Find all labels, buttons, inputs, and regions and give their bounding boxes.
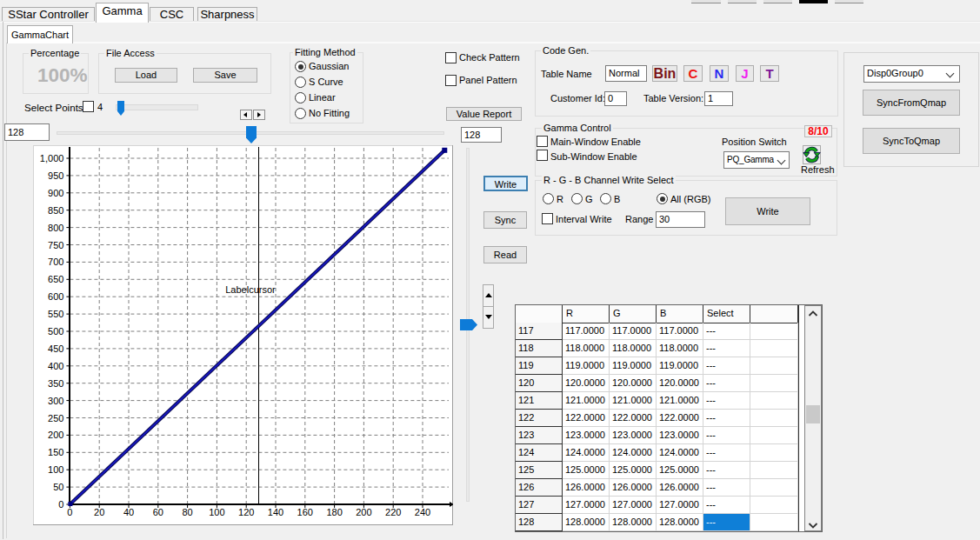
svg-text:800: 800: [48, 223, 63, 233]
svg-text:400: 400: [48, 361, 63, 371]
svg-text:200: 200: [356, 507, 371, 517]
svg-text:50: 50: [53, 482, 63, 492]
svg-text:850: 850: [48, 205, 63, 216]
svg-text:100: 100: [48, 464, 63, 475]
svg-text:0: 0: [58, 499, 63, 510]
svg-text:300: 300: [48, 396, 63, 406]
svg-text:80: 80: [182, 507, 192, 517]
svg-text:700: 700: [48, 257, 63, 267]
svg-text:240: 240: [415, 507, 430, 517]
svg-text:1,000: 1,000: [40, 153, 64, 163]
svg-text:20: 20: [94, 507, 104, 517]
svg-text:140: 140: [268, 507, 283, 517]
svg-text:350: 350: [48, 378, 63, 389]
svg-text:220: 220: [385, 507, 401, 517]
svg-text:160: 160: [297, 507, 313, 517]
svg-text:40: 40: [123, 507, 134, 517]
svg-text:600: 600: [48, 291, 63, 302]
svg-text:200: 200: [48, 430, 63, 440]
svg-text:Labelcursor: Labelcursor: [225, 284, 276, 295]
svg-text:100: 100: [209, 507, 224, 517]
svg-text:60: 60: [153, 507, 163, 517]
svg-text:550: 550: [48, 309, 63, 319]
svg-text:250: 250: [48, 413, 63, 423]
svg-text:150: 150: [48, 447, 63, 457]
svg-text:450: 450: [48, 343, 63, 354]
svg-text:750: 750: [48, 240, 63, 250]
svg-text:500: 500: [48, 326, 63, 337]
svg-text:180: 180: [326, 507, 342, 517]
svg-text:0: 0: [67, 507, 72, 517]
svg-text:900: 900: [48, 188, 63, 198]
svg-text:120: 120: [238, 507, 254, 517]
svg-text:950: 950: [48, 170, 63, 181]
svg-text:650: 650: [48, 274, 63, 284]
